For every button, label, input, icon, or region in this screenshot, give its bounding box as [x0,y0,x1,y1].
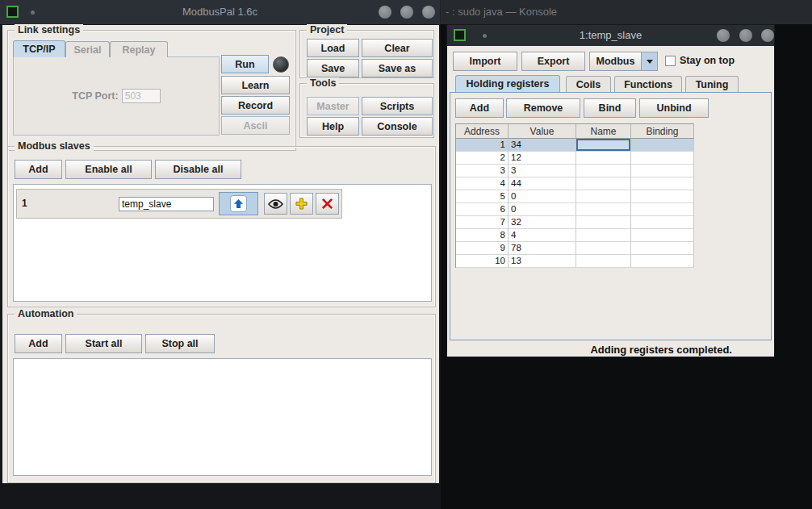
table-row[interactable]: 8 4 [456,229,694,242]
tab-tcpip[interactable]: TCP/IP [13,40,65,57]
tab-functions[interactable]: Functions [614,76,682,92]
add-slave-button[interactable]: Add [15,160,62,179]
tab-holding-registers[interactable]: Holding registers [455,75,560,92]
export-button[interactable]: Export [521,52,585,71]
cell-value[interactable]: 32 [509,216,576,229]
table-row[interactable]: 1 34 [456,139,694,152]
cell-value[interactable]: 44 [509,177,576,190]
cell-value[interactable]: 0 [509,190,576,203]
cell-binding[interactable] [631,177,694,190]
cell-value[interactable]: 13 [509,255,576,268]
table-row[interactable]: 5 0 [456,190,694,203]
cell-address[interactable]: 6 [456,203,509,216]
table-row[interactable]: 9 78 [456,242,694,255]
cell-binding[interactable] [631,229,694,242]
record-button[interactable]: Record [221,96,290,115]
column-header-name[interactable]: Name [576,124,631,139]
cell-binding[interactable] [631,203,694,216]
cell-name[interactable] [576,152,631,165]
add-automation-button[interactable]: Add [15,334,62,353]
cell-address[interactable]: 7 [456,216,509,229]
cell-name[interactable] [576,242,631,255]
window-control-button[interactable] [400,6,413,19]
cell-address[interactable]: 4 [456,177,509,190]
cell-address[interactable]: 9 [456,242,509,255]
stop-all-button[interactable]: Stop all [145,334,215,353]
bind-button-label: Bind [599,102,622,114]
cell-name[interactable] [576,139,631,152]
scripts-button[interactable]: Scripts [362,97,433,115]
cell-binding[interactable] [631,216,694,229]
cell-name[interactable] [576,255,631,268]
show-slave-button[interactable] [264,193,287,215]
learn-button[interactable]: Learn [221,76,290,94]
save-as-button[interactable]: Save as [362,59,433,77]
window-control-button[interactable] [717,29,730,42]
slave-row[interactable]: 1 [16,189,342,219]
window-control-button[interactable] [422,6,435,19]
table-row[interactable]: 7 32 [456,216,694,229]
column-header-address[interactable]: Address [456,124,509,139]
stay-on-top-checkbox[interactable] [665,56,676,66]
cell-binding[interactable] [631,242,694,255]
cell-value[interactable]: 4 [509,229,576,242]
tab-serial[interactable]: Serial [65,41,110,57]
table-row[interactable]: 2 12 [456,152,694,165]
clear-button[interactable]: Clear [362,39,433,57]
table-row[interactable]: 3 3 [456,165,694,177]
column-header-value[interactable]: Value [509,124,576,139]
window-control-button[interactable] [761,29,774,42]
cell-name[interactable] [576,216,631,229]
add-register-button[interactable]: Add [455,98,504,118]
tab-tuning[interactable]: Tuning [685,76,739,92]
cell-value[interactable]: 12 [509,152,576,165]
cell-name[interactable] [576,203,631,216]
tab-replay[interactable]: Replay [110,41,168,57]
cell-address[interactable]: 3 [456,165,509,177]
cell-address[interactable]: 8 [456,229,509,242]
cell-binding[interactable] [631,139,694,152]
cell-value[interactable]: 78 [509,242,576,255]
modbus-mode-dropdown[interactable]: Modbus [589,52,658,71]
column-header-binding[interactable]: Binding [631,124,694,139]
cell-name[interactable] [576,165,631,177]
disable-all-button[interactable]: Disable all [155,160,241,179]
tools-label: Tools [307,77,339,89]
start-all-button[interactable]: Start all [65,334,142,353]
cell-address[interactable]: 5 [456,190,509,203]
cell-binding[interactable] [631,255,694,268]
cell-binding[interactable] [631,152,694,165]
duplicate-slave-button[interactable] [290,193,313,215]
cell-name[interactable] [576,177,631,190]
import-button[interactable]: Import [453,52,517,71]
run-button[interactable]: Run [221,55,269,73]
enable-all-button[interactable]: Enable all [65,160,152,179]
cell-name[interactable] [576,190,631,203]
save-button[interactable]: Save [307,59,359,77]
cell-value[interactable]: 3 [509,165,576,177]
bind-button[interactable]: Bind [584,98,636,118]
table-row[interactable]: 10 13 [456,255,694,268]
cell-address[interactable]: 2 [456,152,509,165]
cell-binding[interactable] [631,190,694,203]
cell-address[interactable]: 10 [456,255,509,268]
delete-slave-button[interactable] [316,193,339,215]
tab-coils[interactable]: Coils [566,76,611,92]
tcp-port-field[interactable] [122,89,161,103]
window-control-button[interactable] [379,6,391,19]
console-button[interactable]: Console [362,117,433,136]
slave-enable-toggle[interactable] [219,192,258,215]
remove-register-button[interactable]: Remove [506,98,580,118]
table-row[interactable]: 6 0 [456,203,694,216]
cell-value[interactable]: 0 [509,203,576,216]
window-control-button[interactable] [739,29,752,42]
table-row[interactable]: 4 44 [456,177,694,190]
cell-address[interactable]: 1 [456,139,509,152]
slave-name-field[interactable] [119,197,214,211]
cell-binding[interactable] [631,165,694,177]
help-button[interactable]: Help [307,117,359,136]
cell-name[interactable] [576,229,631,242]
unbind-button[interactable]: Unbind [639,98,709,118]
cell-value[interactable]: 34 [509,139,576,152]
load-button[interactable]: Load [307,39,359,57]
